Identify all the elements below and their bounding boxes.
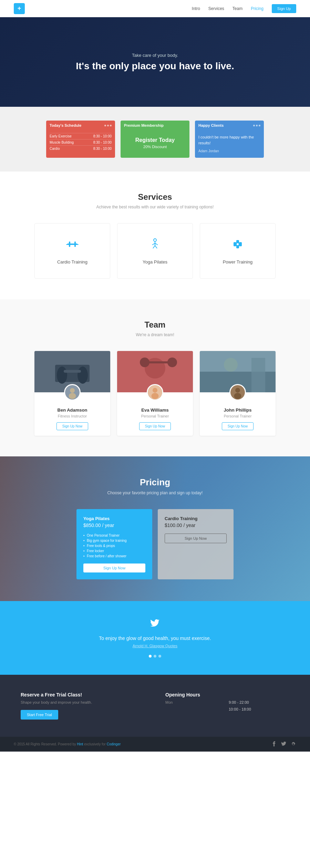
quote-dot-3 <box>158 655 161 658</box>
service-name-yoga: Yoga Pilates <box>124 259 186 265</box>
team-name-john: John Phillips <box>205 407 270 413</box>
team-name-ben: Ben Adamson <box>40 407 105 413</box>
twitter-icon <box>14 618 296 630</box>
svg-point-5 <box>154 239 156 241</box>
hero-content: Take care of your body. It's the only pl… <box>76 53 234 72</box>
svg-line-9 <box>153 246 155 248</box>
schedule-card: Today's Schedule Early Exercise 8:30 - 1… <box>46 121 115 158</box>
svg-rect-19 <box>64 370 81 373</box>
services-grid: Cardio Training Yoga Pilates <box>14 223 296 279</box>
svg-line-7 <box>152 243 155 245</box>
pricing-title: Pricing <box>14 477 296 488</box>
services-subtitle: Achieve the best results with our wide v… <box>14 205 296 209</box>
google-plus-icon[interactable] <box>291 741 296 747</box>
facebook-icon[interactable] <box>271 741 277 747</box>
svg-rect-1 <box>69 241 70 247</box>
yoga-features: One Personal Trainer Big gym space for t… <box>83 534 145 558</box>
cardio-plan-name: Cardio Training <box>165 516 227 521</box>
svg-point-14 <box>237 243 239 245</box>
quote-dots <box>14 655 296 658</box>
nav-link-team[interactable]: Team <box>232 6 242 11</box>
yoga-signup-button[interactable]: Sign Up Now <box>83 564 145 572</box>
service-card-power: Power Training <box>200 223 276 279</box>
footer-top: Reserve a Free Trial Class! Shape your b… <box>0 675 310 737</box>
cdot-1 <box>253 125 255 126</box>
svg-point-37 <box>234 393 241 399</box>
footer-trial-title: Reserve a Free Trial Class! <box>21 692 145 698</box>
exercise-3-name: Cardio <box>50 147 60 151</box>
quote-author: Arnold H. Glasgow Quotes <box>14 644 296 648</box>
clients-dots <box>253 125 260 126</box>
signup-btn-ben[interactable]: Sign Up Now <box>56 422 88 430</box>
footer-hint-link[interactable]: Hint <box>77 742 83 746</box>
trial-button[interactable]: Start Free Trial <box>21 710 58 720</box>
quote-text: To enjoy the glow of good health, you mu… <box>14 636 296 641</box>
membership-card: Premium Membership Register Today 20% Di… <box>121 121 189 158</box>
cardio-signup-button[interactable]: Sign Up Now <box>165 534 227 543</box>
cdot-2 <box>256 125 258 126</box>
clients-card-title: Happy Clients <box>198 123 224 127</box>
signup-btn-john[interactable]: Sign Up Now <box>222 422 254 430</box>
footer-hours-title: Opening Hours <box>165 692 289 698</box>
schedule-row-3: Cardio 8:30 - 10:00 <box>50 145 112 152</box>
footer-copy: © 2015 All Rights Reserved. Powered by H… <box>14 742 121 746</box>
team-name-eva: Eva Williams <box>123 407 187 413</box>
svg-rect-4 <box>76 244 79 245</box>
clients-card: Happy Clients I couldn't be more happy w… <box>195 121 264 158</box>
svg-line-8 <box>155 243 158 245</box>
social-icons <box>271 741 296 747</box>
nav-link-pricing[interactable]: Pricing <box>251 6 264 11</box>
svg-line-10 <box>155 246 157 248</box>
svg-rect-13 <box>239 242 242 246</box>
hours-time-1: 9:00 - 22:00 <box>229 700 289 704</box>
pricing-section: Pricing Choose your favorite pricing pla… <box>0 456 310 601</box>
service-name-power: Power Training <box>207 259 268 265</box>
pricing-content: Pricing Choose your favorite pricing pla… <box>14 477 296 579</box>
svg-rect-2 <box>74 241 76 247</box>
schedule-row-2: Muscle Building 8:30 - 10:00 <box>50 139 112 145</box>
info-cards-section: Today's Schedule Early Exercise 8:30 - 1… <box>0 107 310 172</box>
svg-point-29 <box>153 388 157 393</box>
svg-point-21 <box>70 388 75 393</box>
membership-card-body: Register Today 20% Discount <box>121 130 189 156</box>
nav-logo: + <box>14 3 25 14</box>
svg-point-18 <box>78 366 88 384</box>
yoga-icon <box>124 237 186 254</box>
services-section: Services Achieve the best results with o… <box>0 172 310 299</box>
hours-day-2 <box>165 707 226 711</box>
team-section: Team We're a dream team! Be <box>0 299 310 456</box>
service-card-yoga: Yoga Pilates <box>117 223 193 279</box>
team-info-ben: Ben Adamson Fitness Instructor Sign Up N… <box>34 404 110 436</box>
schedule-dots <box>104 125 112 126</box>
team-info-john: John Phillips Personal Trainer Sign Up N… <box>200 404 276 436</box>
cardio-plan-price: $100.00 / year <box>165 523 227 528</box>
yoga-feature-2: Big gym space for training <box>83 539 145 542</box>
yoga-feature-4: Free locker <box>83 549 145 553</box>
nav-links: Intro Services Team Pricing Sign Up <box>192 4 296 13</box>
dot-1 <box>104 125 106 126</box>
client-author: Adam Jordan <box>198 148 260 154</box>
signup-btn-eva[interactable]: Sign Up Now <box>139 422 171 430</box>
pricing-card-cardio: Cardio Training $100.00 / year Sign Up N… <box>158 509 234 579</box>
twitter-social-icon[interactable] <box>281 741 287 747</box>
svg-point-27 <box>167 358 177 367</box>
membership-card-title: Premium Membership <box>124 123 164 127</box>
svg-point-22 <box>69 393 76 399</box>
schedule-card-body: Early Exercise 8:30 - 10:00 Muscle Build… <box>46 130 115 154</box>
footer-codinger-link[interactable]: Codinger <box>107 742 121 746</box>
nav-link-services[interactable]: Services <box>208 6 224 11</box>
schedule-card-title: Today's Schedule <box>50 123 81 127</box>
team-grid: Ben Adamson Fitness Instructor Sign Up N… <box>14 351 296 436</box>
footer-hours-col: Opening Hours Mon 9:00 - 22:00 10:00 - 1… <box>165 692 289 720</box>
svg-point-17 <box>57 366 67 384</box>
nav-link-intro[interactable]: Intro <box>192 6 200 11</box>
nav-signup-button[interactable]: Sign Up <box>272 4 296 13</box>
client-quote: I couldn't be more happy with the result… <box>198 134 260 146</box>
clients-card-header: Happy Clients <box>195 121 264 130</box>
quote-dot-1 <box>149 655 152 658</box>
membership-card-header: Premium Membership <box>121 121 189 130</box>
team-role-ben: Fitness Instructor <box>40 414 105 418</box>
exercise-3-time: 8:30 - 10:00 <box>93 147 112 151</box>
service-card-cardio: Cardio Training <box>34 223 110 279</box>
pricing-card-yoga: Yoga Pilates $850.00 / year One Personal… <box>76 509 152 579</box>
